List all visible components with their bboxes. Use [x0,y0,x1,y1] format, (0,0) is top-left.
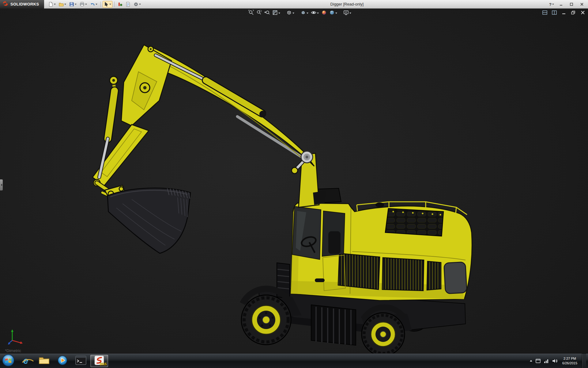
boom-base-mount [313,191,326,205]
undo-button[interactable] [89,1,99,8]
reference-triad [8,328,24,347]
exhaust [375,202,384,207]
dropdown-caret-icon [64,4,66,5]
save-icon [69,2,74,7]
help-icon: ? [549,2,552,7]
clock-date: 6/26/2015 [562,361,577,365]
door-handle [315,278,325,282]
dropdown-caret-icon [96,4,97,5]
start-button[interactable] [0,354,17,368]
taskbar-app-file-explorer[interactable] [35,355,53,367]
windows-start-orb-icon [2,354,15,368]
dropdown-caret-icon [75,4,77,5]
options-gear-icon [134,2,138,7]
engine-grille [382,258,424,291]
rear-panel-window [444,262,467,294]
print-button[interactable] [78,1,88,8]
threeds-logo-icon [2,1,9,7]
solidworks-window: SOLIDWORKS [0,0,588,368]
toolbar-separator [100,2,101,7]
help-button[interactable]: ? [548,1,556,8]
solidworks-brand: SOLIDWORKS [0,0,44,9]
standard-toolbar [44,1,142,8]
engine-grille [427,261,441,290]
open-folder-icon [59,2,64,7]
command-prompt-icon [75,356,86,366]
titlebar: SOLIDWORKS [0,0,588,9]
taskbar-app-media-player[interactable] [54,355,71,367]
toolbar-separator [114,2,115,7]
close-button[interactable] [577,1,587,8]
arm-cylinder[interactable] [156,55,266,117]
bucket[interactable] [107,188,190,253]
save-button[interactable] [68,1,78,8]
new-document-icon [48,2,53,7]
brand-text: SOLIDWORKS [10,2,39,6]
select-cursor-icon [104,2,109,7]
seat [328,231,341,254]
dropdown-caret-icon [109,4,111,5]
rebuild-button[interactable] [116,1,124,8]
show-desktop-button[interactable] [582,354,586,368]
boom[interactable] [92,45,314,186]
dropdown-caret-icon [139,4,141,5]
internet-explorer-icon: e [23,356,28,366]
digger-model[interactable] [0,9,588,353]
file-explorer-icon [39,356,50,366]
file-properties-button[interactable] [124,1,132,8]
solidworks-year-badge: 2015 [100,362,107,366]
view-orientation-label: *Dimetric [5,348,21,353]
minimize-button[interactable] [556,1,566,8]
window-title: Digger [Read-only] [330,2,364,6]
taskbar: e [0,353,588,368]
options-button[interactable] [132,1,142,8]
rear-wheel[interactable] [362,313,405,353]
graphics-area[interactable]: *Dimetric [0,9,588,353]
maximize-button[interactable] [567,1,576,8]
taskbar-app-command-prompt[interactable] [72,355,90,367]
clock-time: 2:27 PM [562,356,577,361]
taskbar-clock[interactable]: 2:27 PM 6/26/2015 [561,356,579,365]
file-properties-icon [126,2,130,7]
tray-window-icon[interactable] [536,359,541,363]
rebuild-icon [118,2,123,7]
dropdown-caret-icon [54,4,56,5]
media-player-icon [57,355,68,367]
lift-cylinder-rod [237,117,306,159]
show-hidden-icons-button[interactable] [530,360,532,362]
taskbar-app-solidworks[interactable]: 2015 [90,355,108,367]
titlebar-right: ? [548,0,587,9]
front-wheel[interactable] [241,295,291,345]
select-button[interactable] [103,1,112,8]
undo-icon [90,2,95,7]
tray-volume-icon[interactable] [552,359,558,363]
dropdown-caret-icon [552,4,554,5]
open-button[interactable] [58,1,67,8]
taskbar-app-internet-explorer[interactable]: e [17,355,35,367]
new-document-button[interactable] [47,1,57,8]
print-icon [80,2,85,7]
system-tray: 2:27 PM 6/26/2015 [530,354,588,368]
dropdown-caret-icon [85,4,87,5]
tray-network-icon[interactable] [544,359,549,363]
